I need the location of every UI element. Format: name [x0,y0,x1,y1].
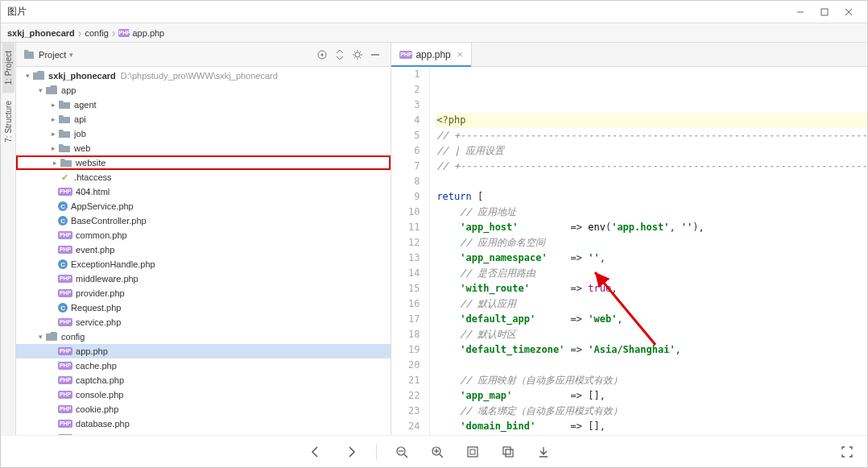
class-icon: C [58,216,68,226]
tab-app-php[interactable]: PHP app.php × [391,43,471,67]
close-icon[interactable]: × [457,49,463,60]
tree-folder-web[interactable]: ▸web [16,141,391,155]
code-line[interactable]: // 禁止URL访问的应用列表（自动多应用模式有效） [436,434,867,435]
code-line[interactable]: <?php [436,113,867,128]
actual-size-button[interactable] [498,441,519,462]
tree-arrow[interactable] [48,201,58,211]
tree-file[interactable]: PHPapp.php [16,344,391,358]
breadcrumb-root[interactable]: sxkj_phonecard [7,28,75,38]
fit-button[interactable] [462,441,483,462]
code-line[interactable]: 'app_host' => env('app.host', ''), [436,220,867,235]
close-button[interactable] [837,4,861,20]
target-icon[interactable] [313,46,331,64]
code-line[interactable] [436,358,867,373]
code-line[interactable]: // 应用地址 [436,205,867,220]
code-line[interactable]: // 默认时区 [436,327,867,342]
tree-folder-config[interactable]: ▾config [16,329,391,344]
tree-arrow[interactable] [48,172,58,182]
code-line[interactable]: // 应用映射（自动多应用模式有效） [436,373,867,388]
tree-arrow[interactable] [48,230,58,240]
tree-arrow[interactable] [48,390,58,400]
code-line[interactable]: // 默认应用 [436,296,867,312]
code-line[interactable]: // | 应用设置 [436,143,867,159]
tree-file[interactable]: PHPservice.php [16,315,391,329]
code-line[interactable] [436,174,867,189]
tree-arrow[interactable] [48,361,58,371]
tree-folder-api[interactable]: ▸api [16,112,391,126]
tree-arrow[interactable] [48,274,58,284]
line-number: 2 [391,82,420,97]
tree-arrow[interactable] [48,419,58,429]
tree-file[interactable]: CBaseController.php [16,213,391,228]
tree-folder-job[interactable]: ▸job [16,126,391,141]
sidebar-label-project[interactable]: 1: Project [2,43,14,93]
zoom-in-button[interactable] [427,441,448,462]
tree-arrow[interactable]: ▸ [48,143,58,153]
maximize-button[interactable] [812,4,837,20]
fullscreen-button[interactable] [837,441,858,462]
tree-arrow[interactable]: ▾ [35,85,45,95]
tree-file[interactable]: PHPprovider.php [16,286,391,300]
dropdown-icon[interactable]: ▾ [69,51,73,59]
code-line[interactable]: 'app_map' => [], [436,388,867,404]
tree-arrow[interactable] [48,346,58,356]
tree-arrow[interactable] [48,259,58,269]
tree-arrow[interactable]: ▾ [35,332,45,342]
tree-arrow[interactable]: ▸ [48,129,58,139]
tree-arrow[interactable]: ▸ [50,158,60,168]
tree-file[interactable]: ✔.htaccess [16,170,391,184]
tree-arrow[interactable] [48,317,58,327]
code-line[interactable]: // +------------------------------------… [436,159,867,174]
tree-folder-website[interactable]: ▸website [16,155,391,170]
tree-arrow[interactable] [48,288,58,298]
code-line[interactable]: // 应用的命名空间 [436,235,867,251]
code-line[interactable]: return [ [436,189,867,205]
tree-file[interactable]: PHPconsole.php [16,387,391,402]
tree-file[interactable]: PHPcache.php [16,358,391,373]
tree-arrow[interactable] [48,375,58,385]
minimize-button[interactable] [788,4,812,20]
code-line[interactable]: 'with_route' => true, [436,281,867,296]
tree-arrow[interactable]: ▸ [48,114,58,124]
collapse-icon[interactable] [331,46,349,64]
tree-file[interactable]: CAppService.php [16,199,391,213]
tree-root[interactable]: ▾sxkj_phonecardD:\phpstudy_pro\WWW\sxkj_… [16,68,391,83]
tree-folder-app[interactable]: ▾app [16,83,391,97]
breadcrumb-file[interactable]: app.php [132,28,164,38]
tree-arrow[interactable]: ▸ [48,100,58,110]
editor-body[interactable]: 1234567891011121314151617181920212223242… [391,67,867,435]
sidebar-label-structure[interactable]: 7: Structure [2,93,14,151]
code-line[interactable]: 'app_namespace' => '', [436,251,867,266]
tree-arrow[interactable]: ▾ [23,71,32,81]
code-line[interactable]: // 是否启用路由 [436,266,867,281]
code-line[interactable]: 'domain_bind' => [], [436,419,867,434]
code-area[interactable]: <?php// +-------------------------------… [430,67,867,435]
project-tree[interactable]: ▾sxkj_phonecardD:\phpstudy_pro\WWW\sxkj_… [16,67,391,435]
hide-icon[interactable] [366,46,384,64]
tree-file[interactable]: PHPevent.php [16,242,391,257]
tree-file[interactable]: PHPmiddleware.php [16,271,391,286]
forward-button[interactable] [341,441,362,462]
tree-file[interactable]: PHPdatabase.php [16,416,391,431]
tree-arrow[interactable] [48,303,58,313]
code-line[interactable]: // 域名绑定（自动多应用模式有效） [436,404,867,419]
tree-file[interactable]: PHPcommon.php [16,228,391,242]
tree-arrow[interactable] [48,404,58,414]
zoom-out-button[interactable] [391,441,412,462]
back-button[interactable] [305,441,326,462]
code-line[interactable]: // +------------------------------------… [436,128,867,143]
tree-folder-agent[interactable]: ▸agent [16,97,391,112]
code-line[interactable]: 'default_app' => 'web', [436,312,867,327]
tree-file[interactable]: PHPcookie.php [16,402,391,416]
tree-file[interactable]: PHP404.html [16,184,391,199]
tree-file[interactable]: CExceptionHandle.php [16,257,391,271]
tree-arrow[interactable] [48,187,58,197]
gear-icon[interactable] [349,46,366,64]
code-line[interactable]: 'default_timezone' => 'Asia/Shanghai', [436,342,867,358]
breadcrumb-mid[interactable]: config [85,28,108,38]
download-button[interactable] [533,441,554,462]
tree-file[interactable]: CRequest.php [16,300,391,315]
tree-arrow[interactable] [48,245,58,255]
tree-file[interactable]: PHPcaptcha.php [16,373,391,387]
tree-arrow[interactable] [48,216,58,226]
